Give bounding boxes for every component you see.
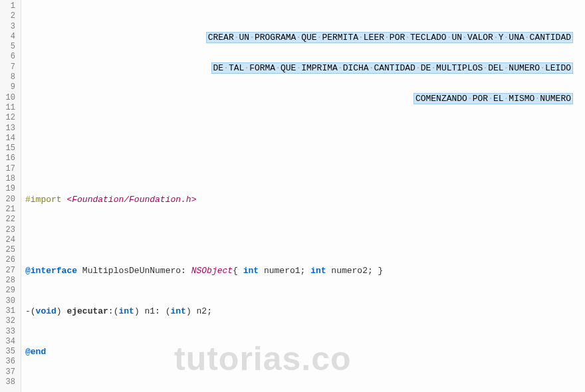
ivar: numero1 — [264, 266, 300, 276]
class-name: MultiplosDeUnNumero — [82, 266, 181, 276]
superclass: NSObject — [191, 266, 233, 276]
line-number: 14 — [3, 134, 15, 144]
line-number: 7 — [3, 62, 15, 72]
objc-keyword: @interface — [25, 266, 77, 276]
line-number: 25 — [3, 245, 15, 255]
line-number: 13 — [3, 124, 15, 134]
line-number: 30 — [3, 296, 15, 306]
line-number: 37 — [3, 367, 15, 377]
line-number: 21 — [3, 205, 15, 215]
preprocessor: #import — [25, 195, 62, 205]
line-number: 38 — [3, 377, 15, 387]
line-number: 19 — [3, 184, 15, 194]
type-kw: int — [171, 306, 186, 316]
line-number: 35 — [3, 347, 15, 357]
line-number: 11 — [3, 103, 15, 113]
line-number: 18 — [3, 174, 15, 184]
line-number: 31 — [3, 306, 15, 316]
code-area[interactable]: CREAR·UN·PROGRAMA·QUE·PERMITA·LEER·POR·T… — [21, 0, 585, 392]
line-number: 23 — [3, 225, 15, 235]
line-number: 33 — [3, 327, 15, 337]
code-line[interactable]: @end — [25, 347, 585, 357]
code-line[interactable]: #import <Foundation/Foundation.h> — [25, 195, 585, 205]
type-kw: int — [243, 266, 259, 276]
line-number: 1 — [3, 1, 15, 11]
line-number: 10 — [3, 93, 15, 103]
line-number: 12 — [3, 113, 15, 123]
line-number: 2 — [3, 11, 15, 21]
line-number: 24 — [3, 235, 15, 245]
line-number: 27 — [3, 266, 15, 276]
line-number: 36 — [3, 357, 15, 367]
line-number: 22 — [3, 215, 15, 225]
method: ejecutar — [66, 306, 108, 316]
line-number: 20 — [3, 195, 15, 205]
line-number: 32 — [3, 316, 15, 326]
objc-keyword: @end — [25, 347, 46, 357]
line-number: 29 — [3, 286, 15, 296]
type-kw: void — [36, 306, 57, 316]
line-number: 3 — [3, 22, 15, 32]
header-path: <Foundation/Foundation.h> — [66, 195, 196, 205]
ivar: numero2 — [331, 266, 368, 276]
comment-highlight: DE·TAL·FORMA·QUE·IMPRIMA·DICHA·CANTIDAD·… — [211, 62, 573, 74]
line-number: 9 — [3, 82, 15, 92]
code-editor[interactable]: 1234567891011121314151617181920212223242… — [0, 0, 585, 392]
param: n1 — [144, 306, 155, 316]
line-number: 34 — [3, 337, 15, 347]
line-number: 6 — [3, 52, 15, 62]
line-number: 5 — [3, 42, 15, 52]
param: n2 — [197, 306, 207, 316]
line-number: 4 — [3, 32, 15, 42]
line-number: 17 — [3, 164, 15, 174]
line-number: 8 — [3, 72, 15, 82]
line-number: 26 — [3, 255, 15, 265]
comment-highlight: COMENZANDO·POR·EL·MISMO·NUMERO — [413, 93, 573, 104]
line-gutter: 1234567891011121314151617181920212223242… — [0, 0, 21, 392]
type-kw: int — [118, 306, 134, 316]
type-kw: int — [310, 266, 326, 276]
code-line[interactable]: @interface MultiplosDeUnNumero: NSObject… — [25, 266, 585, 276]
line-number: 15 — [3, 144, 15, 153]
line-number: 28 — [3, 276, 15, 286]
code-line[interactable]: -(void) ejecutar:(int) n1: (int) n2; — [25, 306, 585, 316]
line-number: 16 — [3, 153, 15, 163]
comment-highlight: CREAR·UN·PROGRAMA·QUE·PERMITA·LEER·POR·T… — [206, 32, 573, 43]
